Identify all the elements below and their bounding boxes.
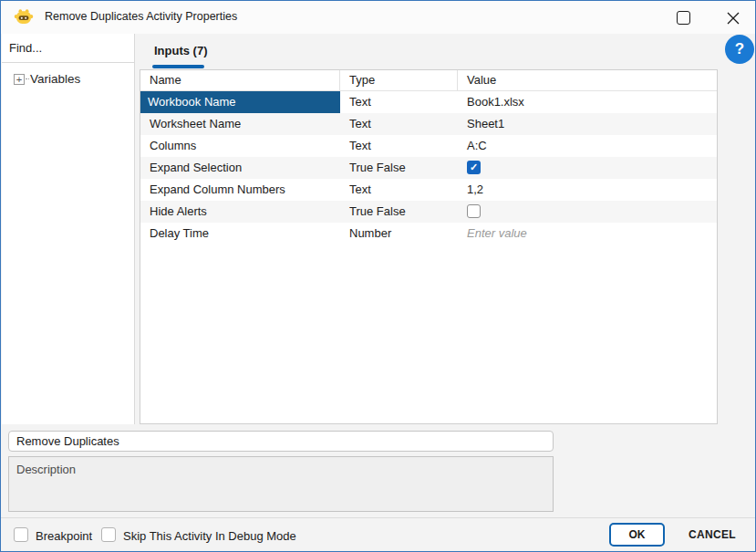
breakpoint-checkbox[interactable] — [14, 527, 28, 542]
properties-dialog: Remove Duplicates Activity Properties Fi… — [0, 0, 756, 552]
tab-inputs[interactable]: Inputs (7) — [154, 44, 208, 57]
question-icon: ? — [735, 40, 744, 58]
value-text: A:C — [467, 135, 487, 152]
property-value-cell[interactable]: ✓ — [458, 157, 717, 179]
table-row[interactable]: Workbook NameTextBook1.xlsx — [140, 91, 717, 113]
tab-active-indicator — [152, 65, 204, 68]
help-button[interactable]: ? — [725, 35, 754, 64]
ok-button[interactable]: OK — [609, 523, 665, 547]
properties-table: Name Type Value Workbook NameTextBook1.x… — [140, 69, 718, 424]
property-value-cell[interactable]: 1,2 — [458, 179, 717, 201]
skip-debug-label: Skip This Activity In Debug Mode — [123, 529, 296, 543]
property-type-cell[interactable]: Text — [340, 91, 458, 113]
property-type-cell[interactable]: Text — [340, 113, 458, 135]
property-type-cell[interactable]: Number — [340, 223, 458, 245]
property-name-cell[interactable]: Expand Selection — [140, 157, 340, 179]
property-type-cell[interactable]: Text — [340, 179, 458, 201]
property-value-cell[interactable]: Book1.xlsx — [458, 91, 717, 113]
value-text: 1,2 — [467, 179, 483, 196]
sidebar-item-variables[interactable]: + Variables — [2, 63, 134, 86]
skip-debug-checkbox[interactable] — [101, 527, 116, 542]
footer-divider — [1, 517, 755, 518]
table-body: Workbook NameTextBook1.xlsxWorksheet Nam… — [140, 91, 717, 245]
value-text: Sheet1 — [467, 113, 504, 130]
column-header-name[interactable]: Name — [140, 70, 340, 90]
robot-app-icon — [14, 7, 34, 27]
table-row[interactable]: Worksheet NameTextSheet1 — [140, 113, 717, 135]
table-row[interactable]: Expand Column NumbersText1,2 — [140, 179, 717, 201]
sidebar: Find... + Variables — [2, 34, 135, 424]
window-title: Remove Duplicates Activity Properties — [45, 10, 237, 23]
property-type-cell[interactable]: True False — [340, 157, 458, 179]
table-row[interactable]: Expand SelectionTrue False✓ — [140, 157, 717, 179]
titlebar: Remove Duplicates Activity Properties — [1, 1, 755, 34]
property-value-cell[interactable]: A:C — [458, 135, 717, 157]
property-name-cell[interactable]: Worksheet Name — [140, 113, 340, 135]
property-type-cell[interactable]: Text — [340, 135, 458, 157]
property-value-cell[interactable]: Sheet1 — [458, 113, 717, 135]
table-header: Name Type Value — [140, 70, 717, 91]
value-checkbox-checked[interactable]: ✓ — [467, 161, 481, 174]
maximize-button[interactable] — [677, 11, 690, 25]
property-name-cell[interactable]: Hide Alerts — [140, 201, 340, 223]
property-value-cell[interactable]: Enter value — [458, 223, 717, 245]
property-name-cell[interactable]: Delay Time — [140, 223, 340, 245]
activity-name-input[interactable] — [8, 431, 554, 452]
description-textarea[interactable] — [8, 456, 554, 512]
value-text: Book1.xlsx — [467, 91, 524, 109]
value-checkbox-unchecked[interactable] — [467, 204, 481, 218]
find-input[interactable]: Find... — [2, 34, 134, 63]
table-row[interactable]: ColumnsTextA:C — [140, 135, 717, 157]
breakpoint-label: Breakpoint — [36, 529, 92, 543]
column-header-value[interactable]: Value — [458, 70, 717, 90]
cancel-button[interactable]: CANCEL — [679, 523, 745, 547]
property-value-cell[interactable] — [458, 201, 717, 223]
property-name-cell[interactable]: Expand Column Numbers — [140, 179, 340, 201]
value-placeholder: Enter value — [467, 223, 527, 240]
tree-connector — [26, 78, 29, 79]
property-name-cell[interactable]: Workbook Name — [140, 91, 340, 113]
table-row[interactable]: Hide AlertsTrue False — [140, 201, 717, 223]
expand-plus-icon[interactable]: + — [14, 74, 25, 85]
property-type-cell[interactable]: True False — [340, 201, 458, 223]
close-icon — [727, 12, 740, 25]
tree-item-label: Variables — [30, 72, 80, 86]
column-header-type[interactable]: Type — [340, 70, 458, 90]
table-row[interactable]: Delay TimeNumberEnter value — [140, 223, 717, 245]
close-button[interactable] — [724, 9, 742, 27]
property-name-cell[interactable]: Columns — [140, 135, 340, 157]
